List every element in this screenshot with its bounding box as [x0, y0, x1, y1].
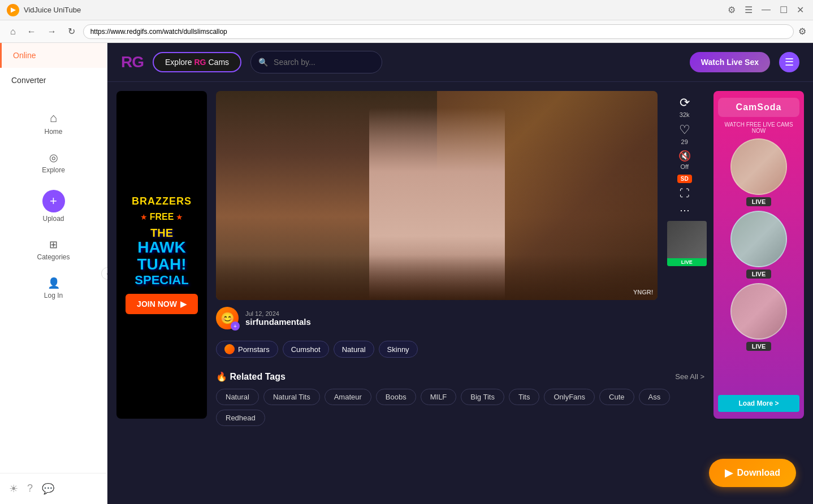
brazzers-title: THE HAWK TUAH! SPECIAL	[135, 227, 188, 288]
video-wrapper: YNGR! ⟳ 32k ♡ 29 🔇 Off	[216, 91, 704, 300]
cam-preview-2	[730, 211, 787, 267]
sidebar-label-upload: Upload	[42, 215, 64, 223]
tag-natural[interactable]: Natural	[334, 341, 374, 358]
explore-label: Explore	[165, 58, 192, 67]
cam-2-bg	[732, 212, 786, 266]
cam-2-live-badge: LIVE	[746, 270, 771, 279]
minimize-button[interactable]: —	[759, 5, 773, 15]
see-all-icon: >	[700, 372, 704, 381]
tag-skinny[interactable]: Skinny	[379, 341, 418, 358]
ad-line3: TUAH!	[135, 256, 188, 273]
sidebar-item-login[interactable]: 👤 Log In	[20, 270, 88, 306]
related-tag-redhead[interactable]: Redhead	[216, 410, 265, 426]
sidebar-label-home: Home	[44, 128, 62, 136]
sidebar-nav: ⌂ Home ◎ Explore + Upload ⊞ Categories 👤…	[0, 93, 107, 473]
related-tag-onlyfans[interactable]: OnlyFans	[544, 389, 595, 405]
more-control[interactable]: ⋯	[680, 204, 690, 216]
back-button[interactable]: ←	[24, 24, 40, 39]
sidebar-bottom: ☀ ? 💬	[0, 473, 107, 504]
related-tag-amateur[interactable]: Amateur	[325, 389, 371, 405]
maximize-button[interactable]: ☐	[777, 5, 790, 15]
sidebar-tab-online[interactable]: Online	[0, 43, 107, 68]
search-input[interactable]	[250, 51, 382, 73]
explore-cams-button[interactable]: Explore RG Cams	[153, 52, 241, 72]
tag-cumshot[interactable]: Cumshot	[283, 341, 329, 358]
cam-item-3[interactable]: LIVE	[718, 283, 799, 351]
ad-content: BRAZZERS ★ FREE ★ THE HAWK TUAH! SPECIAL…	[116, 91, 207, 419]
fullscreen-control[interactable]: ⛶	[680, 188, 690, 199]
cam-1-bg	[732, 140, 786, 194]
explore-icon: ◎	[49, 151, 58, 164]
cam-preview-3	[730, 283, 787, 340]
ad-line2: HAWK	[135, 239, 188, 257]
join-now-button[interactable]: JOIN NOW ▶	[126, 294, 198, 314]
related-tag-boobs[interactable]: Boobs	[376, 389, 416, 405]
sound-control[interactable]: 🔇 Off	[678, 150, 691, 170]
load-more-button[interactable]: Load More >	[718, 395, 799, 412]
like-count: 29	[681, 138, 688, 145]
like-control[interactable]: ♡ 29	[679, 123, 690, 145]
refresh-button[interactable]: ↻	[64, 24, 79, 39]
tag-pornstars[interactable]: Pornstars	[216, 341, 278, 358]
forward-button[interactable]: →	[44, 24, 60, 39]
ad-line4: SPECIAL	[135, 273, 188, 287]
related-tag-big-tits[interactable]: Big Tits	[461, 389, 504, 405]
sidebar-item-home[interactable]: ⌂ Home	[20, 104, 88, 142]
tag-label-pornstars: Pornstars	[238, 345, 270, 354]
video-author[interactable]: sirfundamentals	[245, 317, 704, 327]
related-tag-natural-tits[interactable]: Natural Tits	[263, 389, 320, 405]
related-tag-cute[interactable]: Cute	[599, 389, 634, 405]
brazzers-stars: ★ FREE ★	[140, 212, 183, 222]
rg-header: RG Explore RG Cams 🔍 Watch Live Sex ☰	[107, 43, 813, 82]
view-count-control: ⟳ 32k	[680, 95, 690, 118]
sidebar-item-upload[interactable]: + Upload	[20, 183, 88, 229]
sound-label: Off	[680, 163, 688, 170]
tag-label-natural: Natural	[342, 345, 366, 354]
login-icon: 👤	[47, 277, 60, 289]
related-tag-milf[interactable]: MILF	[421, 389, 457, 405]
video-info: 😊 + Jul 12, 2024 sirfundamentals	[216, 300, 704, 336]
address-bar[interactable]	[83, 24, 794, 39]
titlebar: ▶ VidJuice UniTube ⚙ ☰ — ☐ ✕	[0, 0, 813, 20]
home-button[interactable]: ⌂	[7, 24, 19, 39]
sidebar-item-explore[interactable]: ◎ Explore	[20, 145, 88, 181]
search-wrapper: 🔍	[250, 51, 681, 73]
related-tag-ass[interactable]: Ass	[639, 389, 671, 405]
logo-r: R	[121, 53, 132, 71]
see-all-button[interactable]: See All >	[675, 372, 704, 381]
view-count: 32k	[680, 111, 690, 118]
ad-line1: THE	[135, 227, 188, 239]
video-player[interactable]: YNGR!	[216, 91, 658, 300]
browser-settings-icon[interactable]: ⚙	[798, 26, 806, 37]
download-button[interactable]: ▶ Download	[709, 459, 796, 487]
related-tag-natural[interactable]: Natural	[216, 389, 259, 405]
explore-rg-label: RG	[194, 58, 206, 67]
cam-item-1[interactable]: LIVE	[718, 138, 799, 206]
sidebar-item-categories[interactable]: ⊞ Categories	[20, 232, 88, 268]
help-icon[interactable]: ?	[27, 483, 33, 495]
header-menu-button[interactable]: ☰	[779, 52, 799, 72]
chat-icon[interactable]: 💬	[42, 483, 54, 495]
video-side-controls: ⟳ 32k ♡ 29 🔇 Off SD ⛶	[664, 91, 704, 300]
menu-icon[interactable]: ☰	[742, 5, 755, 15]
theme-icon[interactable]: ☀	[9, 483, 18, 495]
quality-control[interactable]: SD	[677, 175, 692, 183]
main-content: RG Explore RG Cams 🔍 Watch Live Sex ☰ BR…	[107, 43, 813, 504]
left-advertisement: BRAZZERS ★ FREE ★ THE HAWK TUAH! SPECIAL…	[116, 91, 207, 419]
close-button[interactable]: ✕	[794, 5, 806, 15]
tag-label-cumshot: Cumshot	[291, 345, 321, 354]
settings-icon[interactable]: ⚙	[725, 5, 738, 15]
cam-item-2[interactable]: LIVE	[718, 211, 799, 279]
video-watermark: YNGR!	[633, 289, 653, 296]
heart-icon: ♡	[679, 123, 690, 137]
related-tag-tits[interactable]: Tits	[509, 389, 539, 405]
cam-1-live-badge: LIVE	[746, 197, 771, 206]
related-tags-header: 🔥 Related Tags See All >	[216, 371, 704, 382]
camsoda-logo-container: CamSoda	[718, 98, 799, 117]
avatar-plus-icon[interactable]: +	[231, 321, 240, 331]
app-title: VidJuice UniTube	[24, 6, 725, 14]
tag-icon-pornstars	[224, 344, 235, 354]
watch-live-button[interactable]: Watch Live Sex	[690, 52, 770, 72]
video-background: YNGR!	[216, 91, 658, 300]
sidebar-tab-converter[interactable]: Converter	[0, 68, 107, 93]
